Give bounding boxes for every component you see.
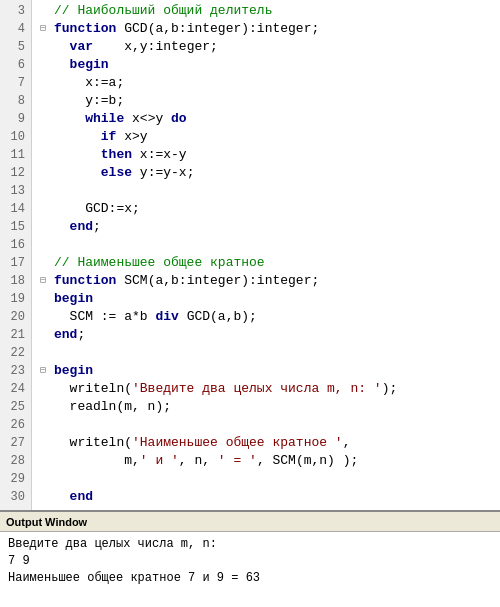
code-token-kw: end (70, 218, 93, 236)
code-token-normal: y:=b; (54, 92, 124, 110)
code-token-normal: writeln( (54, 380, 132, 398)
code-token-kw: begin (54, 290, 93, 308)
code-line: ⊟begin (40, 362, 500, 380)
output-title: Output Window (6, 516, 87, 528)
code-token-normal: x:=a; (54, 74, 124, 92)
code-token-kw: while (85, 110, 124, 128)
code-token-normal: , SCM(m,n) ); (257, 452, 358, 470)
code-token-normal: writeln( (54, 434, 132, 452)
code-token-string: 'Введите два целых числа m, n: ' (132, 380, 382, 398)
output-title-bar: Output Window (0, 512, 500, 532)
code-line: else y:=y-x; (40, 164, 500, 182)
code-line: readln(m, n); (40, 398, 500, 416)
code-line: m,' и ', n, ' = ', SCM(m,n) ); (40, 452, 500, 470)
code-token-normal: ; (77, 326, 85, 344)
code-token-kw: function (54, 272, 116, 290)
code-token-comment: // Наибольший общий делитель (54, 2, 272, 20)
code-line: // Наименьшее общее кратное (40, 254, 500, 272)
code-token-kw: do (171, 110, 187, 128)
code-token-kw: then (101, 146, 132, 164)
code-token-kw: div (155, 308, 178, 326)
output-content: Введите два целых числа m, n:7 9Наименьш… (0, 532, 500, 607)
code-line: y:=b; (40, 92, 500, 110)
code-line (40, 182, 500, 200)
code-line: begin (40, 290, 500, 308)
code-token-kw: end (70, 488, 93, 506)
code-content[interactable]: // Наибольший общий делитель⊟function GC… (32, 0, 500, 510)
code-line (40, 470, 500, 488)
code-token-normal: x<>y (124, 110, 171, 128)
fold-marker[interactable]: ⊟ (40, 362, 52, 380)
code-token-normal: ; (93, 218, 101, 236)
code-token-comment: // Наименьшее общее кратное (54, 254, 265, 272)
code-token-kw: end (54, 326, 77, 344)
code-line: begin (40, 56, 500, 74)
code-token-kw: begin (54, 362, 93, 380)
output-line: 7 9 (8, 553, 492, 570)
code-token-kw: else (101, 164, 132, 182)
code-token-normal (54, 110, 85, 128)
code-token-normal (54, 218, 70, 236)
code-line: end; (40, 326, 500, 344)
code-token-normal: ); (382, 380, 398, 398)
code-line: writeln('Наименьшее общее кратное ', (40, 434, 500, 452)
output-window: Output Window Введите два целых числа m,… (0, 510, 500, 607)
code-token-normal: SCM(a,b:integer):integer; (116, 272, 319, 290)
code-token-string: 'Наименьшее общее кратное ' (132, 434, 343, 452)
code-line: x:=a; (40, 74, 500, 92)
line-numbers: 3456789101112131415161718192021222324252… (0, 0, 32, 510)
code-line: if x>y (40, 128, 500, 146)
code-line: ⊟function SCM(a,b:integer):integer; (40, 272, 500, 290)
code-token-normal (54, 146, 101, 164)
fold-marker[interactable]: ⊟ (40, 272, 52, 290)
code-line: SCM := a*b div GCD(a,b); (40, 308, 500, 326)
code-token-normal: y:=y-x; (132, 164, 194, 182)
code-token-normal: SCM := a*b (54, 308, 155, 326)
code-line (40, 416, 500, 434)
code-token-kw: if (101, 128, 117, 146)
code-token-normal: , n, (179, 452, 218, 470)
code-token-normal: GCD:=x; (54, 200, 140, 218)
code-line: then x:=x-y (40, 146, 500, 164)
code-line: // Наибольший общий делитель (40, 2, 500, 20)
code-line: GCD:=x; (40, 200, 500, 218)
code-token-string: ' = ' (218, 452, 257, 470)
code-token-normal (54, 128, 101, 146)
code-token-normal: GCD(a,b:integer):integer; (116, 20, 319, 38)
code-token-normal: x>y (116, 128, 147, 146)
output-line: Введите два целых числа m, n: (8, 536, 492, 553)
code-line: end; (40, 218, 500, 236)
code-token-normal: readln(m, n); (54, 398, 171, 416)
code-line: while x<>y do (40, 110, 500, 128)
code-token-kw: function (54, 20, 116, 38)
code-token-normal: x:=x-y (132, 146, 187, 164)
code-token-normal: m, (54, 452, 140, 470)
fold-marker[interactable]: ⊟ (40, 20, 52, 38)
output-line: Наименьшее общее кратное 7 и 9 = 63 (8, 570, 492, 587)
code-token-kw: begin (70, 56, 109, 74)
code-token-normal: , (343, 434, 351, 452)
code-token-kw: var (70, 38, 93, 56)
code-line (40, 236, 500, 254)
code-token-normal (54, 38, 70, 56)
code-line: end (40, 488, 500, 506)
code-line: writeln('Введите два целых числа m, n: '… (40, 380, 500, 398)
code-token-normal: x,y:integer; (93, 38, 218, 56)
code-token-normal (54, 164, 101, 182)
code-token-normal (54, 488, 70, 506)
code-line: ⊟function GCD(a,b:integer):integer; (40, 20, 500, 38)
code-line: var x,y:integer; (40, 38, 500, 56)
code-token-string: ' и ' (140, 452, 179, 470)
code-line (40, 344, 500, 362)
code-editor: 3456789101112131415161718192021222324252… (0, 0, 500, 510)
code-token-normal: GCD(a,b); (179, 308, 257, 326)
code-token-normal (54, 56, 70, 74)
